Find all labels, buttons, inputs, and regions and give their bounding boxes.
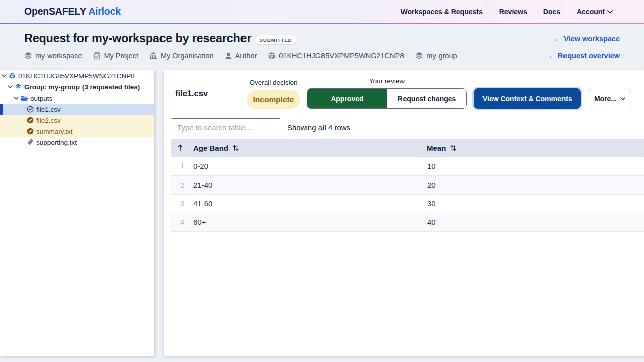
data-table: Age Band Mean 1 0-20 1 <box>171 139 644 232</box>
layers-icon <box>15 83 22 90</box>
tree-indent-guide <box>10 93 10 148</box>
layers-icon <box>415 52 423 60</box>
breadcrumb-workspace: my-workspace <box>24 52 82 60</box>
breadcrumb: my-workspace My Project My Organisation … <box>24 52 457 60</box>
view-context-comments-button[interactable]: View Context & Comments <box>474 88 581 109</box>
cube-icon <box>268 52 276 60</box>
age-band-cell: 41-60 <box>189 194 423 213</box>
tree-item-summary[interactable]: summary.txt <box>0 126 154 137</box>
brand-secondary: Airlock <box>88 6 121 17</box>
sort-icon[interactable] <box>233 145 239 151</box>
age-band-cell: 60+ <box>189 213 423 231</box>
table-row: 3 41-60 30 <box>171 194 644 213</box>
paperclip-icon <box>27 139 34 146</box>
row-index: 4 <box>171 213 189 231</box>
request-overview-link[interactable]: ← Request overview <box>548 52 620 60</box>
brand-logo[interactable]: OpenSAFELY Airlock <box>24 6 121 17</box>
rows-status: Showing all 4 rows <box>287 123 350 132</box>
mean-cell: 20 <box>423 175 644 194</box>
row-index: 3 <box>171 194 189 213</box>
tree-item-group[interactable]: Group: my-group (3 requested files) <box>0 81 154 93</box>
tree-indent-guide <box>4 81 4 148</box>
sort-icon[interactable] <box>450 145 456 151</box>
table-row: 1 0-20 10 <box>171 157 644 175</box>
file-tree: 01KHC1HJG85VXPMP5WNG21CNP8 Group: my-gro… <box>0 70 154 148</box>
breadcrumb-project: My Project <box>93 52 138 60</box>
nav-link-reviews[interactable]: Reviews <box>499 8 527 16</box>
age-band-cell: 21-40 <box>189 175 423 194</box>
layers-icon <box>24 52 32 60</box>
changes-circle-icon <box>27 117 34 124</box>
file-tree-sidebar: 01KHC1HJG85VXPMP5WNG21CNP8 Group: my-gro… <box>0 70 154 356</box>
top-nav: OpenSAFELY Airlock Workspaces & Requests… <box>0 0 644 23</box>
file-header: file1.csv Overall decision Incomplete Yo… <box>164 70 644 109</box>
nav-links: Workspaces & Requests Reviews Docs Accou… <box>401 8 613 16</box>
table-header-row: Age Band Mean <box>171 139 644 157</box>
nav-link-workspaces[interactable]: Workspaces & Requests <box>401 8 483 16</box>
age-band-cell: 0-20 <box>189 157 423 175</box>
person-icon <box>225 52 232 60</box>
page-title: Request for my-workspace by researcher <box>24 32 251 45</box>
index-sort-header[interactable] <box>171 139 189 157</box>
clipboard-icon <box>93 52 101 60</box>
tree-item-file1[interactable]: file1.csv <box>0 104 154 115</box>
status-badge: SUBMITTED <box>255 35 296 45</box>
your-review-label: Your review <box>369 77 405 85</box>
mean-cell: 30 <box>423 194 644 213</box>
table-row: 2 21-40 20 <box>171 175 644 194</box>
cube-icon <box>9 72 16 79</box>
chevron-down-icon[interactable] <box>13 97 19 100</box>
file-review-panel: file1.csv Overall decision Incomplete Yo… <box>164 70 644 356</box>
breadcrumb-organisation: My Organisation <box>149 52 214 60</box>
nav-link-docs[interactable]: Docs <box>543 8 560 16</box>
more-button[interactable]: More... <box>588 89 631 108</box>
mean-header[interactable]: Mean <box>423 139 644 157</box>
tree-item-supporting[interactable]: supporting.txt <box>0 137 154 148</box>
table-toolbar: Showing all 4 rows <box>172 118 644 136</box>
search-input[interactable] <box>172 118 280 136</box>
changes-circle-icon <box>27 128 34 135</box>
breadcrumb-request-id: 01KHC1HJG85VXPMP5WNG21CNP8 <box>268 52 404 60</box>
check-circle-icon <box>27 106 34 113</box>
approved-button[interactable]: Approved <box>307 89 387 108</box>
breadcrumb-author: Author <box>225 52 257 60</box>
file-title: file1.csv <box>175 88 208 98</box>
chevron-down-icon[interactable] <box>7 85 13 88</box>
review-button-group: Approved Request changes <box>307 88 467 109</box>
sort-ascending-icon <box>177 144 183 151</box>
age-band-header[interactable]: Age Band <box>189 139 423 157</box>
folder-open-icon <box>21 95 28 102</box>
tree-indent-guide <box>16 104 16 148</box>
tree-item-request-id[interactable]: 01KHC1HJG85VXPMP5WNG21CNP8 <box>0 70 154 81</box>
row-index: 1 <box>171 157 189 175</box>
request-changes-button[interactable]: Request changes <box>387 89 466 108</box>
breadcrumb-group: my-group <box>415 52 457 60</box>
page-header: Request for my-workspace by researcher S… <box>0 24 644 60</box>
mean-cell: 40 <box>423 213 644 231</box>
overall-decision: Overall decision Incomplete <box>247 79 301 109</box>
tree-item-outputs-folder[interactable]: outputs <box>0 93 154 104</box>
chevron-down-icon[interactable] <box>1 74 7 77</box>
table-row: 4 60+ 40 <box>171 213 644 231</box>
bank-icon <box>149 52 157 60</box>
your-review: Your review Approved Request changes <box>307 77 467 109</box>
row-index: 2 <box>171 175 189 194</box>
chevron-down-icon <box>620 97 625 100</box>
tree-item-file2[interactable]: file2.csv <box>0 115 154 126</box>
brand-primary: OpenSAFELY <box>24 6 86 17</box>
view-workspace-link[interactable]: ← View workspace <box>554 35 620 43</box>
mean-cell: 10 <box>423 157 644 175</box>
chevron-down-icon <box>607 10 613 14</box>
nav-link-account[interactable]: Account <box>577 8 613 16</box>
decision-status-badge: Incomplete <box>247 90 301 109</box>
overall-decision-label: Overall decision <box>249 79 297 86</box>
